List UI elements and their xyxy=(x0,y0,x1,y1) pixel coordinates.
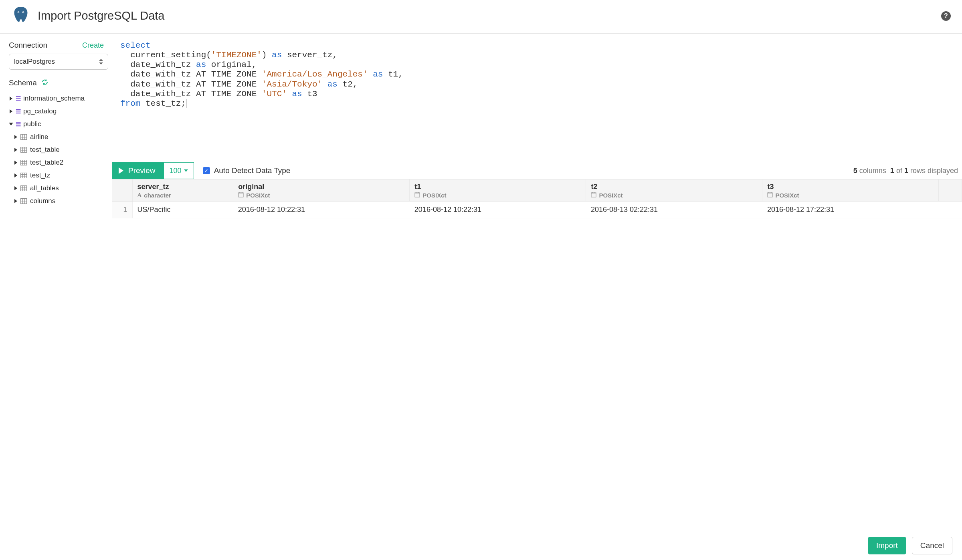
sql-editor[interactable]: select current_setting('TIMEZONE') as se… xyxy=(112,34,962,162)
auto-detect-label: Auto Detect Data Type xyxy=(214,166,291,175)
cancel-button[interactable]: Cancel xyxy=(912,537,952,554)
schema-label: Schema xyxy=(9,79,37,87)
header-left: Import PostgreSQL Data xyxy=(11,6,164,26)
svg-rect-29 xyxy=(21,199,27,204)
results-header-row: server_tzAcharacteroriginalPOSIXctt1POSI… xyxy=(112,179,962,201)
preview-button-label: Preview xyxy=(128,166,156,175)
schema-item-information_schema[interactable]: ☰information_schema xyxy=(9,92,109,105)
table-item-test_table[interactable]: test_table xyxy=(9,143,109,156)
main: select current_setting('TIMEZONE') as se… xyxy=(112,34,962,531)
status-rows-shown: 1 xyxy=(890,167,894,175)
schema-item-public[interactable]: ☰public xyxy=(9,118,109,131)
refresh-icon[interactable] xyxy=(42,79,48,87)
schema-label: public xyxy=(23,120,41,128)
column-type: POSIXct xyxy=(414,192,581,199)
caret-icon xyxy=(9,123,13,126)
preview-button-group: Preview 100 xyxy=(112,162,194,179)
table-item-airline[interactable]: airline xyxy=(9,131,109,143)
table-item-test_table2[interactable]: test_table2 xyxy=(9,156,109,169)
body: Connection Create localPostgres Schema ☰… xyxy=(0,34,962,531)
table-icon xyxy=(20,147,27,153)
table-icon xyxy=(20,173,27,178)
rownum-header xyxy=(112,179,132,201)
play-icon xyxy=(119,167,123,174)
table-item-test_tz[interactable]: test_tz xyxy=(9,169,109,182)
column-type: POSIXct xyxy=(767,192,934,199)
table-icon xyxy=(20,198,27,204)
table-item-all_tables[interactable]: all_tables xyxy=(9,182,109,195)
column-type: POSIXct xyxy=(591,192,757,199)
schema-row: Schema xyxy=(9,79,109,87)
column-name: t3 xyxy=(767,183,934,191)
column-header-original[interactable]: originalPOSIXct xyxy=(233,179,410,201)
table-item-columns[interactable]: columns xyxy=(9,195,109,207)
cell: 2016-08-12 10:22:31 xyxy=(233,201,410,218)
table-label: columns xyxy=(30,197,55,205)
calendar-icon xyxy=(767,192,773,199)
caret-icon xyxy=(14,199,17,203)
preview-button[interactable]: Preview xyxy=(112,162,164,179)
schema-tree: ☰information_schema☰pg_catalog☰publicair… xyxy=(9,92,109,207)
preview-left: Preview 100 ✓ Auto Detect Data Type xyxy=(112,162,290,179)
table-label: test_table xyxy=(30,146,60,154)
text-type-icon: A xyxy=(137,192,142,199)
connection-select[interactable]: localPostgres xyxy=(9,54,108,70)
calendar-icon xyxy=(591,192,596,199)
preview-bar: Preview 100 ✓ Auto Detect Data Type 5 xyxy=(112,162,962,179)
table-icon xyxy=(20,185,27,191)
column-header-t3[interactable]: t3POSIXct xyxy=(762,179,939,201)
svg-point-3 xyxy=(23,12,24,12)
svg-rect-19 xyxy=(21,173,27,178)
caret-icon xyxy=(14,173,17,177)
caret-icon xyxy=(10,97,12,101)
svg-rect-9 xyxy=(21,147,27,153)
schema-label: pg_catalog xyxy=(23,107,57,115)
import-button[interactable]: Import xyxy=(868,537,906,554)
row-limit-value: 100 xyxy=(170,167,182,175)
table-icon xyxy=(20,134,27,140)
schema-item-pg_catalog[interactable]: ☰pg_catalog xyxy=(9,105,109,118)
svg-rect-24 xyxy=(21,186,27,191)
table-label: airline xyxy=(30,133,48,141)
calendar-icon xyxy=(414,192,420,199)
cell: US/Pacific xyxy=(132,201,233,218)
calendar-icon xyxy=(238,192,244,199)
caret-icon xyxy=(14,186,17,190)
cell: 2016-08-12 17:22:31 xyxy=(762,201,939,218)
header: Import PostgreSQL Data ? xyxy=(0,0,962,34)
postgres-elephant-icon xyxy=(11,6,30,26)
schema-icon: ☰ xyxy=(16,95,20,102)
status-rows-total: 1 xyxy=(904,167,908,175)
svg-rect-42 xyxy=(591,193,596,197)
column-type: POSIXct xyxy=(238,192,404,199)
svg-rect-46 xyxy=(768,193,772,197)
table-icon xyxy=(20,160,27,165)
rownum-cell: 1 xyxy=(112,201,132,218)
table-label: all_tables xyxy=(30,184,59,192)
table-row[interactable]: 1US/Pacific2016-08-12 10:22:312016-08-12… xyxy=(112,201,962,218)
column-name: original xyxy=(238,183,404,191)
chevron-down-icon xyxy=(184,169,188,172)
cell: 2016-08-13 02:22:31 xyxy=(586,201,762,218)
help-icon[interactable]: ? xyxy=(941,11,951,21)
caret-icon xyxy=(14,148,17,152)
page-title: Import PostgreSQL Data xyxy=(38,9,164,22)
svg-rect-4 xyxy=(21,135,27,140)
results-wrap: server_tzAcharacteroriginalPOSIXctt1POSI… xyxy=(112,179,962,218)
connection-label: Connection xyxy=(9,41,47,50)
column-header-server_tz[interactable]: server_tzAcharacter xyxy=(132,179,233,201)
svg-rect-14 xyxy=(21,160,27,165)
column-header-t1[interactable]: t1POSIXct xyxy=(410,179,586,201)
connection-value: localPostgres xyxy=(14,58,55,66)
caret-icon xyxy=(14,135,17,139)
footer: Import Cancel xyxy=(0,531,962,560)
column-name: t2 xyxy=(591,183,757,191)
auto-detect-toggle[interactable]: ✓ Auto Detect Data Type xyxy=(203,166,291,175)
caret-icon xyxy=(10,109,12,113)
row-limit-dropdown[interactable]: 100 xyxy=(164,162,194,179)
column-header-t2[interactable]: t2POSIXct xyxy=(586,179,762,201)
create-connection-link[interactable]: Create xyxy=(82,41,104,50)
table-label: test_table2 xyxy=(30,159,63,167)
schema-icon: ☰ xyxy=(16,121,20,128)
svg-point-2 xyxy=(18,12,19,12)
